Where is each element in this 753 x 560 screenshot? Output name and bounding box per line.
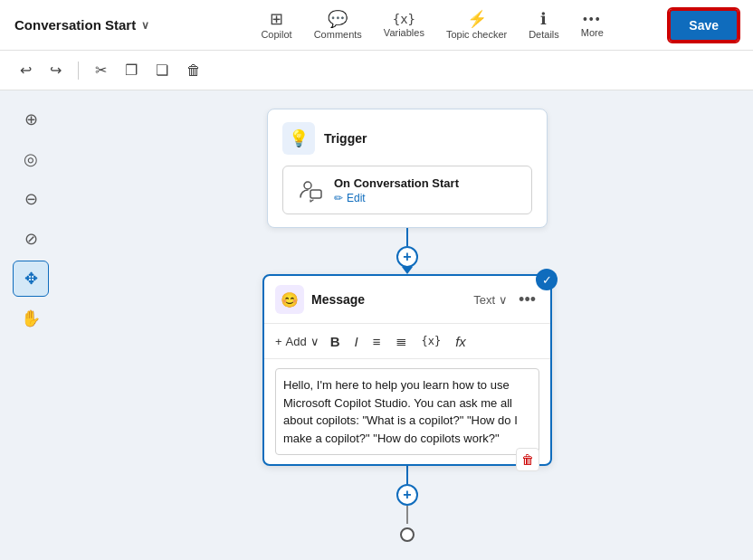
message-card: ✓ 😊 Message Text ∨ ••• + Add ∨ B I ≡ xyxy=(262,274,552,466)
message-text[interactable]: Hello, I'm here to help you learn how to… xyxy=(275,368,539,455)
check-badge: ✓ xyxy=(536,269,558,290)
select-button[interactable]: ✥ xyxy=(13,261,49,297)
edit-link[interactable]: ✏ Edit xyxy=(334,192,519,204)
details-icon: ℹ xyxy=(540,11,547,27)
add-button[interactable]: + Add ∨ xyxy=(275,335,319,348)
details-label: Details xyxy=(529,29,559,40)
bottom-line-2 xyxy=(406,506,408,524)
page-title: Conversation Start ∨ xyxy=(14,17,195,33)
edit-label: Edit xyxy=(347,192,366,204)
connector-1: + xyxy=(396,228,418,274)
trigger-header: 💡 Trigger xyxy=(282,122,532,155)
conversation-start-card: On Conversation Start ✏ Edit xyxy=(282,166,532,214)
paste-button[interactable]: ❏ xyxy=(150,58,174,82)
edit-pencil-icon: ✏ xyxy=(334,192,343,204)
svg-rect-1 xyxy=(310,190,321,198)
message-title: Message xyxy=(311,292,466,307)
top-bar: Conversation Start ∨ ⊞ Copilot 💬 Comment… xyxy=(0,0,753,51)
trigger-icon: 💡 xyxy=(282,122,315,155)
conversation-start-title: On Conversation Start xyxy=(334,176,519,190)
toolbar-comments[interactable]: 💬 Comments xyxy=(314,11,362,40)
variables-icon: {x} xyxy=(393,13,415,25)
numbering-button[interactable]: ≣ xyxy=(392,331,411,351)
topic-checker-icon: ⚡ xyxy=(467,11,487,27)
type-label: Text xyxy=(473,293,495,307)
add-chevron-icon: ∨ xyxy=(310,335,319,348)
zoom-in-button[interactable]: ⊕ xyxy=(13,101,49,138)
message-toolbar: + Add ∨ B I ≡ ≣ {x} fx xyxy=(264,324,550,359)
cut-button[interactable]: ✂ xyxy=(90,58,112,82)
undo-button[interactable]: ↩ xyxy=(14,58,37,82)
toolbar-center: ⊞ Copilot 💬 Comments {x} Variables ⚡ Top… xyxy=(195,11,669,40)
title-text: Conversation Start xyxy=(14,17,136,33)
type-chevron-icon: ∨ xyxy=(499,293,508,307)
toolbar-more[interactable]: ••• More xyxy=(581,13,604,38)
copilot-icon: ⊞ xyxy=(270,11,283,27)
copilot-label: Copilot xyxy=(261,29,291,40)
conv-info: On Conversation Start ✏ Edit xyxy=(334,176,519,204)
variables-label: Variables xyxy=(384,27,424,38)
toolbar-copilot[interactable]: ⊞ Copilot xyxy=(261,11,291,40)
bullets-button[interactable]: ≡ xyxy=(369,332,385,351)
variable-button[interactable]: {x} xyxy=(418,333,445,349)
bold-button[interactable]: B xyxy=(327,332,344,351)
end-node xyxy=(400,527,415,542)
svg-point-0 xyxy=(304,182,311,189)
canvas: ⊕ ◎ ⊖ ⊘ ✥ ✋ 💡 Trigger xyxy=(0,90,753,560)
conversation-icon xyxy=(296,176,325,204)
disable-button[interactable]: ⊘ xyxy=(13,221,49,257)
target-button[interactable]: ◎ xyxy=(13,141,49,177)
message-body: Hello, I'm here to help you learn how to… xyxy=(264,359,550,464)
more-icon: ••• xyxy=(583,13,602,25)
message-icon: 😊 xyxy=(275,285,304,314)
delete-message-button[interactable]: 🗑 xyxy=(516,448,539,471)
message-type-dropdown[interactable]: Text ∨ xyxy=(473,293,508,307)
connector-line-1 xyxy=(406,228,408,246)
title-chevron[interactable]: ∨ xyxy=(141,19,149,32)
comments-label: Comments xyxy=(314,29,362,40)
save-button[interactable]: Save xyxy=(669,9,739,42)
diagram-area: 💡 Trigger On Conversation Start xyxy=(62,90,753,560)
plus-icon: + xyxy=(275,335,282,348)
zoom-out-button[interactable]: ⊖ xyxy=(13,181,49,217)
trigger-card: 💡 Trigger On Conversation Start xyxy=(267,109,548,228)
pan-button[interactable]: ✋ xyxy=(13,300,49,337)
copy-button[interactable]: ❐ xyxy=(119,58,143,82)
add-label: Add xyxy=(286,335,307,348)
toolbar-details[interactable]: ℹ Details xyxy=(529,11,559,40)
bottom-connector: + xyxy=(396,466,418,542)
italic-button[interactable]: I xyxy=(351,332,362,351)
bottom-line-1 xyxy=(406,466,408,484)
connector-arrow-1 xyxy=(402,267,413,274)
action-bar: ↩ ↪ ✂ ❐ ❏ 🗑 xyxy=(0,51,753,90)
comments-icon: 💬 xyxy=(328,11,348,27)
redo-button[interactable]: ↪ xyxy=(44,58,67,82)
toolbar-variables[interactable]: {x} Variables xyxy=(384,13,424,38)
topic-checker-label: Topic checker xyxy=(446,29,507,40)
action-bar-divider-1 xyxy=(78,62,79,80)
left-tools: ⊕ ◎ ⊖ ⊘ ✥ ✋ xyxy=(0,90,62,560)
add-node-button-1[interactable]: + xyxy=(396,246,418,268)
delete-button[interactable]: 🗑 xyxy=(181,59,206,82)
message-header: 😊 Message Text ∨ ••• xyxy=(264,276,550,324)
message-more-button[interactable]: ••• xyxy=(515,290,539,309)
formula-button[interactable]: fx xyxy=(452,332,470,351)
trigger-label: Trigger xyxy=(324,131,367,146)
toolbar-topic-checker[interactable]: ⚡ Topic checker xyxy=(446,11,507,40)
more-label: More xyxy=(581,27,604,38)
add-node-button-2[interactable]: + xyxy=(396,484,418,506)
